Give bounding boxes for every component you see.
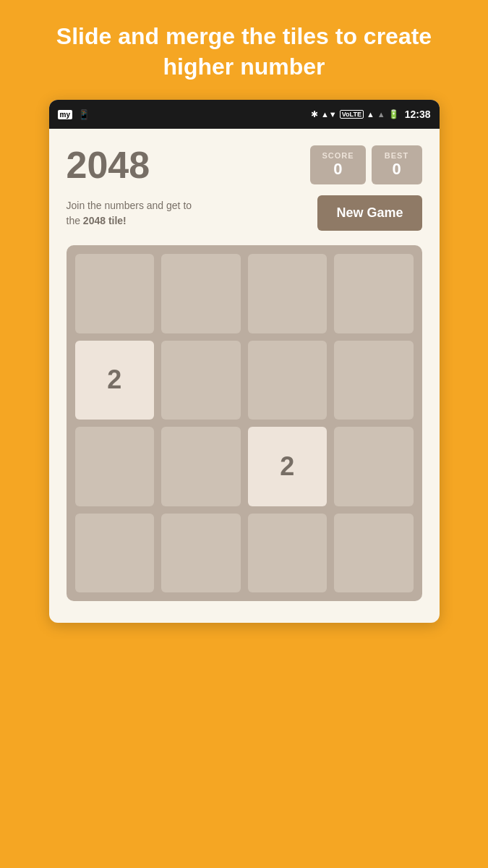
tile <box>248 254 328 333</box>
status-left-icons: my 📱 <box>58 109 90 120</box>
battery-icon: 🔋 <box>388 109 399 119</box>
bluetooth-icon: ✱ <box>311 109 318 119</box>
new-game-button[interactable]: New Game <box>317 195 421 231</box>
tile <box>248 341 328 420</box>
game-container: 2048 SCORE 0 BEST 0 Join the numbers and… <box>49 129 440 623</box>
top-row: 2048 SCORE 0 BEST 0 <box>67 143 422 187</box>
tile <box>75 514 155 593</box>
volte-badge: VoLTE <box>340 110 364 119</box>
tile <box>334 427 414 506</box>
tile: 2 <box>248 427 328 506</box>
tile: 2 <box>75 341 155 420</box>
status-time: 12:38 <box>405 109 431 120</box>
tile <box>161 254 241 333</box>
tile <box>334 341 414 420</box>
tile <box>161 514 241 593</box>
whatsapp-icon: 📱 <box>78 109 90 120</box>
best-value: 0 <box>383 160 411 179</box>
status-bar: my 📱 ✱ ▲▼ VoLTE ▲ ▲ 🔋 12:38 <box>49 100 440 129</box>
tile <box>334 514 414 593</box>
score-label: SCORE <box>322 151 354 160</box>
game-title: 2048 <box>67 143 150 187</box>
tile <box>161 341 241 420</box>
signal-strength-icon: ▲ <box>367 110 374 119</box>
tile <box>75 254 155 333</box>
status-right-icons: ✱ ▲▼ VoLTE ▲ ▲ 🔋 12:38 <box>311 109 431 120</box>
subtitle-text: Join the numbers and get to the 2048 til… <box>67 198 204 229</box>
best-box: BEST 0 <box>372 145 422 184</box>
phone-frame: my 📱 ✱ ▲▼ VoLTE ▲ ▲ 🔋 12:38 2048 <box>49 100 440 623</box>
score-box: SCORE 0 <box>310 145 365 184</box>
signal-strength2-icon: ▲ <box>377 110 385 119</box>
game-board: 22 <box>67 245 422 601</box>
score-value: 0 <box>322 160 354 179</box>
tile <box>75 427 155 506</box>
score-boxes: SCORE 0 BEST 0 <box>310 145 421 184</box>
operator-icon: my <box>58 110 72 119</box>
signal-icon: ▲▼ <box>321 110 337 119</box>
header-text: Slide and merge the tiles to create high… <box>0 0 488 100</box>
subtitle-bold: 2048 tile! <box>83 215 127 226</box>
subtitle-row: Join the numbers and get to the 2048 til… <box>67 195 422 231</box>
best-label: BEST <box>383 151 411 160</box>
tile <box>334 254 414 333</box>
tile <box>248 514 328 593</box>
tile <box>161 427 241 506</box>
